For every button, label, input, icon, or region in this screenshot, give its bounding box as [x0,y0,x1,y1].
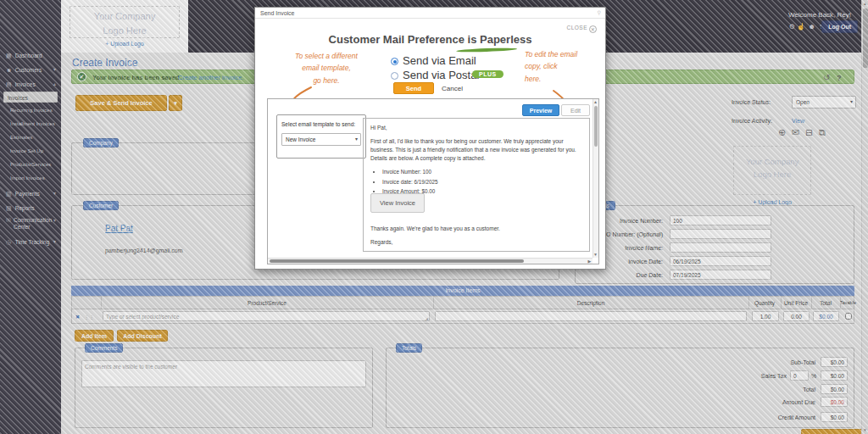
cancel-link[interactable]: Cancel [442,85,463,92]
email-signature-line: Regards, [370,238,582,247]
sidebar-item-dashboard[interactable]: ▦ Dashboard [0,49,61,62]
app-root: Welcome Back, Rey! ⚙ ☝ ☻ ? Log Out Your … [0,0,868,434]
subtotal-field [821,357,848,367]
sidebar-item-time-tracking[interactable]: ◷ Time Tracking ▾ [0,236,61,248]
chevron-up-icon: ▴ [53,78,56,91]
modal-send-invoice-button[interactable]: Send Invoice [393,82,434,94]
email-icon[interactable]: ✉ [792,127,799,138]
right-logo-text-line1: Your Company [734,155,810,168]
email-bullet: Invoice Number: 100 [382,167,582,176]
product-service-input[interactable] [103,311,430,321]
sidebar-item-label: Reports [15,205,35,211]
preview-tab[interactable]: Preview [522,104,559,116]
send-invoice-modal: Send Invoice ⚲ CLOSE✕ Customer Mail Pref… [254,7,606,270]
scrollbar-thumb[interactable] [863,8,868,68]
chevron-down-icon: ▾ [53,236,56,248]
customers-icon: ☻ [6,64,14,76]
sidebar-item-reports[interactable]: ▨ Reports [0,202,61,214]
sidebar-subitem-installment-invoices[interactable]: Installment Invoices [3,119,58,130]
email-closing-line: Thanks again. We're glad to have you as … [370,225,582,233]
invoice-date-input[interactable] [670,256,771,266]
annotation-line: To edit the email [525,48,593,60]
annotation-left: To select a different email template, go… [279,50,374,86]
view-invoice-button[interactable]: View Invoice [370,193,425,213]
remove-row-icon[interactable]: ✖ [75,314,80,320]
sidebar-item-customers[interactable]: ☻ Customers ▾ [0,64,61,76]
page-help-icon[interactable]: ? [837,74,842,82]
sales-tax-rate-input[interactable] [790,370,809,381]
invoice-name-input[interactable] [670,242,771,253]
quantity-input[interactable] [752,311,779,321]
upload-logo-link[interactable]: + Upload Logo [105,41,144,47]
email-body-box: Hi Pat, First of all, I'd like to thank … [363,118,590,252]
save-send-dropdown-button[interactable]: ▾ [169,95,182,111]
scroll-down-arrow[interactable]: ▼ [862,427,868,433]
item-row: ✖ ⋮⋮ ◢ [71,309,854,324]
send-via-email-label[interactable]: Send via Email [403,54,476,67]
amount-due-field [821,397,848,407]
customer-name-link[interactable]: Pat Pat [105,224,133,233]
unit-price-input[interactable] [783,311,810,321]
user-icon[interactable]: ☻ [809,23,815,31]
sidebar-item-communication-center[interactable]: ✉ Communication Center ▾ [0,214,61,233]
sidebar-subitem-recurring-invoices[interactable]: Recurring Invoices [3,105,58,116]
scrollbar-thumb[interactable] [594,106,598,147]
invoice-status-value: Open [796,99,810,105]
invoice-activity-label: Invoice Activity: [732,118,772,124]
company-logo-panel: Your Company Logo Here + Upload Logo [61,0,188,53]
create-another-invoice-link[interactable]: Create another invoice. [178,74,244,81]
save-send-invoice-button[interactable]: Save & Send Invoice [75,95,167,111]
email-greeting: Hi Pat, [370,124,582,132]
modal-heading: Customer Mail Preference is Paperless [255,33,605,46]
logout-button[interactable]: Log Out [821,20,858,33]
taxable-checkbox[interactable] [845,313,852,320]
po-number-input[interactable] [670,229,771,239]
send-via-postal-radio[interactable] [391,72,398,80]
company-badge: Company [83,138,119,147]
bottom-save-send-button[interactable] [801,429,868,434]
scroll-down-arrow[interactable]: ▼ [593,252,598,258]
print-icon[interactable]: ⊟ [805,127,813,138]
email-template-select[interactable]: New Invoice ▾ [281,133,361,146]
sidebar-subitem-estimates[interactable]: Estimates [3,132,58,143]
send-via-postal-label[interactable]: Send via Postal [403,69,479,81]
invoice-activity-view-link[interactable]: View [792,118,804,124]
sidebar-subitem-import-invoices[interactable]: Import Invoices [3,173,58,184]
chevron-down-icon: ▾ [53,218,56,224]
drag-handle-icon[interactable]: ⋮⋮ [84,314,94,320]
customer-badge: Customer [83,201,119,210]
invoices-icon: ▤ [6,78,14,91]
payments-icon: ▥ [6,187,14,200]
sidebar-subitem-invoice-set-up[interactable]: Invoice Set Up [3,146,58,157]
settings-gear-icon[interactable]: ⚙ [789,23,795,31]
sidebar-item-invoices[interactable]: ▤ Invoices ▴ [0,78,61,91]
comments-textarea[interactable] [81,360,366,387]
feedback-thumbs-up-icon[interactable]: ☝ [797,23,805,31]
green-underline-swoosh [456,47,517,53]
amount-due-label: Amount Due [731,399,815,405]
send-via-email-radio[interactable] [391,58,398,65]
sidebar-item-payments[interactable]: ▥ Payments ▾ [0,187,61,200]
scroll-right-arrow[interactable]: ▶ [587,259,593,264]
invoice-number-input[interactable] [670,215,771,225]
add-discount-button[interactable]: Add Discount [117,330,168,342]
page-title: Create Invoice [72,57,137,69]
sales-tax-label: Sales Tax [731,373,787,379]
edit-tab[interactable]: Edit [561,104,590,116]
scroll-up-arrow[interactable]: ▲ [593,99,598,105]
globe-icon[interactable]: ⊕ [778,127,786,138]
devices-icon[interactable]: ⧉ [819,127,826,138]
undo-history-icon[interactable]: ↺ [823,73,830,82]
due-date-input[interactable] [670,270,771,280]
add-item-button[interactable]: Add Item [75,330,114,342]
sidebar-subitem-invoices[interactable]: Invoices [3,92,58,103]
close-label: CLOSE [566,25,587,31]
right-upload-logo-link[interactable]: + Upload Logo [753,199,792,205]
description-input[interactable] [435,311,747,321]
scroll-up-arrow[interactable]: ▲ [862,1,868,7]
modal-close-button[interactable]: CLOSE✕ [566,25,597,33]
sidebar-subitem-products-services[interactable]: Products/Services [3,159,58,170]
invoice-status-select[interactable]: Open ▾ [792,96,856,108]
scrollbar-thumb[interactable] [270,259,524,263]
sidebar-item-label: Payments [15,191,40,197]
